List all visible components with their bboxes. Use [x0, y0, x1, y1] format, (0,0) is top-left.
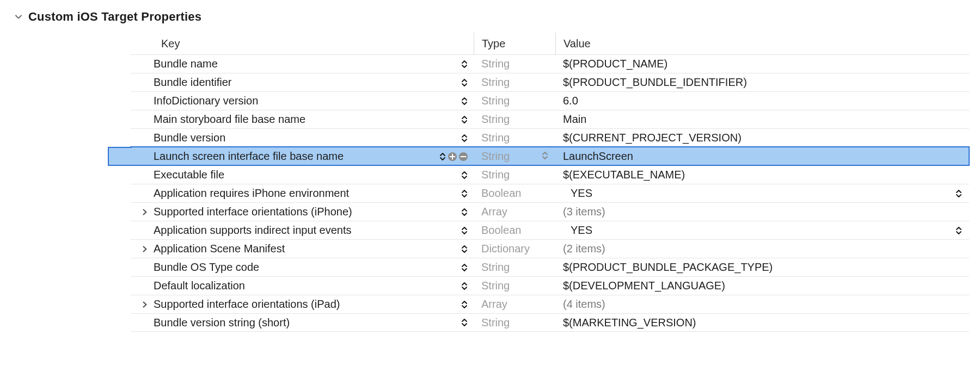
key-text: Bundle name — [154, 58, 461, 70]
type-cell[interactable]: String — [474, 110, 555, 128]
type-stepper-icon[interactable] — [541, 151, 549, 160]
table-row-orientations-iphone[interactable]: Supported interface orientations (iPhone… — [131, 202, 969, 221]
table-row-infodictionary-version[interactable]: InfoDictionary version String — [131, 91, 969, 110]
type-text: Array — [481, 206, 549, 218]
value-cell[interactable]: (4 items) — [555, 295, 969, 313]
type-cell[interactable]: String — [474, 314, 555, 331]
key-cell[interactable]: Default localization — [131, 277, 474, 295]
value-cell[interactable]: 6.0 — [555, 92, 969, 110]
table-row-main-storyboard[interactable]: Main storyboard file base name String — [131, 110, 969, 128]
key-stepper-icon[interactable] — [461, 318, 468, 327]
key-cell[interactable]: Bundle OS Type code — [131, 258, 474, 276]
value-cell[interactable]: $(PRODUCT_BUNDLE_IDENTIFIER) — [555, 73, 969, 91]
type-cell[interactable]: Boolean — [474, 184, 555, 202]
type-cell[interactable]: String — [474, 55, 555, 73]
column-header-type[interactable]: Type — [474, 33, 555, 54]
table-row-bundle-name[interactable]: Bundle name String — [131, 54, 969, 73]
key-cell[interactable]: Bundle version — [131, 129, 474, 147]
key-cell[interactable]: Application supports indirect input even… — [131, 221, 474, 239]
value-text: $(PRODUCT_NAME) — [563, 58, 667, 70]
add-row-icon[interactable] — [448, 152, 457, 162]
key-stepper-icon[interactable] — [461, 300, 468, 309]
key-cell[interactable]: Supported interface orientations (iPhone… — [131, 203, 474, 221]
value-cell[interactable]: YES — [555, 184, 969, 202]
value-text: YES — [563, 224, 592, 237]
value-text: $(PRODUCT_BUNDLE_IDENTIFIER) — [563, 76, 747, 89]
value-cell[interactable]: (2 items) — [555, 240, 969, 258]
value-cell[interactable]: $(PRODUCT_NAME) — [555, 55, 969, 73]
value-stepper-icon[interactable] — [955, 189, 963, 198]
key-stepper-icon[interactable] — [439, 152, 446, 161]
chevron-down-icon[interactable] — [14, 13, 23, 21]
key-stepper-icon[interactable] — [461, 189, 468, 198]
table-row-launch-screen[interactable]: Launch screen interface file base name S… — [131, 147, 969, 165]
type-cell[interactable]: String — [474, 147, 555, 165]
key-text: Bundle version — [154, 132, 461, 144]
section-header[interactable]: Custom iOS Target Properties — [13, 7, 969, 33]
table-row-scene-manifest[interactable]: Application Scene Manifest Dictionary — [131, 239, 969, 258]
column-header-key[interactable]: Key — [131, 33, 474, 54]
type-text: String — [481, 317, 549, 329]
table-row-requires-iphone-env[interactable]: Application requires iPhone environment … — [131, 184, 969, 202]
key-cell[interactable]: Application Scene Manifest — [131, 240, 474, 258]
key-stepper-icon[interactable] — [461, 60, 468, 69]
type-cell[interactable]: String — [474, 258, 555, 276]
chevron-right-icon[interactable] — [142, 246, 148, 252]
key-cell[interactable]: Main storyboard file base name — [131, 110, 474, 128]
key-stepper-icon[interactable] — [461, 115, 468, 124]
type-cell[interactable]: Array — [474, 203, 555, 221]
chevron-right-icon[interactable] — [142, 209, 148, 215]
table-row-executable-file[interactable]: Executable file String — [131, 165, 969, 184]
type-cell[interactable]: String — [474, 166, 555, 184]
remove-row-icon[interactable] — [458, 152, 468, 162]
key-cell[interactable]: Application requires iPhone environment — [131, 184, 474, 202]
key-stepper-icon[interactable] — [461, 97, 468, 106]
key-cell[interactable]: InfoDictionary version — [131, 92, 474, 110]
value-cell[interactable]: LaunchScreen — [555, 147, 969, 165]
key-stepper-icon[interactable] — [461, 282, 468, 290]
table-row-bundle-os-type[interactable]: Bundle OS Type code String — [131, 258, 969, 276]
table-row-bundle-identifier[interactable]: Bundle identifier String — [131, 73, 969, 91]
type-cell[interactable]: Array — [474, 295, 555, 313]
key-text: Bundle version string (short) — [154, 317, 461, 329]
table-row-bundle-version[interactable]: Bundle version String — [131, 128, 969, 147]
key-stepper-icon[interactable] — [461, 78, 468, 87]
key-stepper-icon[interactable] — [461, 226, 468, 235]
type-cell[interactable]: String — [474, 73, 555, 91]
type-cell[interactable]: String — [474, 277, 555, 295]
key-cell[interactable]: Supported interface orientations (iPad) — [131, 295, 474, 313]
value-stepper-icon[interactable] — [955, 226, 963, 235]
key-cell[interactable]: Bundle identifier — [131, 73, 474, 91]
chevron-right-icon[interactable] — [142, 301, 148, 308]
key-cell[interactable]: Bundle version string (short) — [131, 314, 474, 331]
type-cell[interactable]: String — [474, 92, 555, 110]
value-cell[interactable]: (3 items) — [555, 203, 969, 221]
key-stepper-icon[interactable] — [461, 245, 468, 253]
value-cell[interactable]: Main — [555, 110, 969, 128]
value-cell[interactable]: $(MARKETING_VERSION) — [555, 314, 969, 331]
key-cell[interactable]: Launch screen interface file base name — [131, 147, 474, 165]
type-cell[interactable]: Dictionary — [474, 240, 555, 258]
value-cell[interactable]: $(EXECUTABLE_NAME) — [555, 166, 969, 184]
key-text: InfoDictionary version — [154, 95, 461, 107]
value-cell[interactable]: $(PRODUCT_BUNDLE_PACKAGE_TYPE) — [555, 258, 969, 276]
type-cell[interactable]: Boolean — [474, 221, 555, 239]
key-stepper-icon[interactable] — [461, 134, 468, 142]
table-row-orientations-ipad[interactable]: Supported interface orientations (iPad) … — [131, 295, 969, 313]
table-row-indirect-input[interactable]: Application supports indirect input even… — [131, 221, 969, 239]
type-text: String — [481, 280, 549, 292]
type-text: String — [481, 132, 549, 144]
key-stepper-icon[interactable] — [461, 171, 468, 179]
type-cell[interactable]: String — [474, 129, 555, 147]
value-cell[interactable]: $(DEVELOPMENT_LANGUAGE) — [555, 277, 969, 295]
key-cell[interactable]: Executable file — [131, 166, 474, 184]
key-stepper-icon[interactable] — [461, 263, 468, 272]
value-cell[interactable]: YES — [555, 221, 969, 239]
key-cell[interactable]: Bundle name — [131, 55, 474, 73]
value-cell[interactable]: $(CURRENT_PROJECT_VERSION) — [555, 129, 969, 147]
table-row-bundle-version-short[interactable]: Bundle version string (short) String — [131, 313, 969, 332]
column-header-value[interactable]: Value — [555, 33, 969, 54]
key-text: Supported interface orientations (iPad) — [154, 298, 461, 311]
table-row-default-localization[interactable]: Default localization String — [131, 276, 969, 295]
key-stepper-icon[interactable] — [461, 208, 468, 216]
